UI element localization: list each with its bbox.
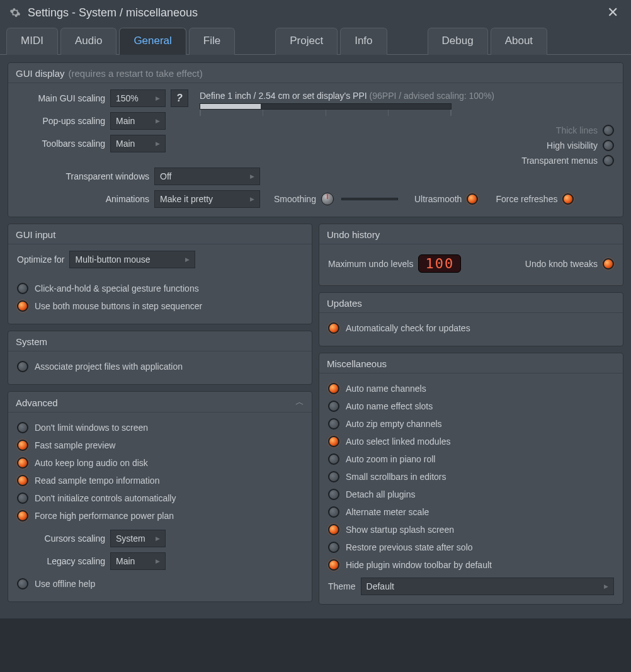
toolbars-scaling-dropdown[interactable]: Main▶ [110, 135, 166, 152]
offline-help-option[interactable]: Use offline help [17, 575, 303, 593]
click-hold-toggle[interactable] [17, 283, 28, 294]
popups-scaling-label: Pop-ups scaling [17, 116, 105, 126]
dont-limit-toggle[interactable] [17, 422, 28, 433]
ultrasmooth-label: Ultrasmooth [414, 194, 462, 204]
panel-title-system: System [16, 336, 47, 347]
restore-solo-toggle[interactable] [328, 542, 339, 553]
transparent-menus-label: Transparent menus [521, 156, 598, 166]
smoothing-label: Smoothing [274, 194, 316, 204]
tab-audio[interactable]: Audio [60, 28, 117, 55]
auto-select-linked-toggle[interactable] [328, 436, 339, 447]
tab-about[interactable]: About [491, 28, 547, 55]
popups-scaling-dropdown[interactable]: Main▶ [110, 112, 166, 130]
transparent-windows-label: Transparent windows [17, 171, 149, 181]
show-splash-option[interactable]: Show startup splash screen [328, 521, 614, 538]
detach-plugins-option[interactable]: Detach all plugins [328, 486, 614, 503]
auto-zoom-option[interactable]: Auto zoom in piano roll [328, 450, 614, 468]
panel-title-gui-input: GUI input [16, 229, 55, 240]
show-splash-toggle[interactable] [328, 524, 339, 535]
transparent-windows-dropdown[interactable]: Off▶ [154, 168, 260, 185]
smoothing-track[interactable] [341, 198, 398, 200]
auto-name-effect-toggle[interactable] [328, 401, 339, 412]
click-hold-option[interactable]: Click-and-hold & special gesture functio… [17, 280, 303, 297]
main-scaling-label: Main GUI scaling [17, 93, 105, 103]
dont-limit-option[interactable]: Don't limit windows to screen [17, 419, 303, 436]
fast-sample-option[interactable]: Fast sample preview [17, 436, 303, 454]
high-visibility-toggle[interactable] [603, 140, 614, 151]
offline-help-toggle[interactable] [17, 578, 28, 589]
dont-init-toggle[interactable] [17, 493, 28, 504]
associate-toggle[interactable] [17, 361, 28, 372]
tab-project[interactable]: Project [275, 28, 338, 55]
panel-undo: Undo history Maximum undo levels 100 Und… [319, 224, 623, 286]
content-area: GUI display (requires a restart to take … [0, 54, 631, 618]
max-undo-value[interactable]: 100 [418, 254, 461, 273]
detach-plugins-toggle[interactable] [328, 489, 339, 500]
legacy-scaling-label: Legacy scaling [17, 556, 105, 566]
ppi-slider[interactable] [200, 103, 452, 110]
auto-check-option[interactable]: Automatically check for updates [328, 319, 614, 337]
use-both-option[interactable]: Use both mouse buttons in step sequencer [17, 297, 303, 315]
theme-label: Theme [328, 581, 356, 591]
read-tempo-option[interactable]: Read sample tempo information [17, 472, 303, 489]
force-refreshes-toggle[interactable] [562, 193, 574, 205]
associate-option[interactable]: Associate project files with application [17, 358, 303, 375]
panel-system: System Associate project files with appl… [8, 331, 312, 385]
read-tempo-toggle[interactable] [17, 475, 28, 486]
cursors-scaling-dropdown[interactable]: System▶ [110, 530, 166, 547]
force-power-option[interactable]: Force high performance power plan [17, 507, 303, 525]
auto-name-effect-option[interactable]: Auto name effect slots [328, 397, 614, 415]
auto-zoom-toggle[interactable] [328, 453, 339, 465]
ppi-hint: (96PPI / advised scaling: 100%) [370, 91, 494, 101]
smoothing-knob[interactable] [321, 193, 334, 205]
tabbar: MIDI Audio General File Project Info Deb… [0, 25, 631, 54]
tab-info[interactable]: Info [340, 28, 387, 55]
panel-misc: Miscellaneous Auto name channels Auto na… [319, 353, 623, 605]
thick-lines-label: Thick lines [556, 125, 598, 135]
use-both-toggle[interactable] [17, 300, 28, 312]
tab-debug[interactable]: Debug [428, 28, 488, 55]
small-scrollbars-option[interactable]: Small scrollbars in editors [328, 468, 614, 486]
advanced-collapse-icon[interactable]: ︿ [295, 397, 304, 408]
alternate-meter-option[interactable]: Alternate meter scale [328, 503, 614, 521]
optimize-dropdown[interactable]: Multi-button mouse▶ [69, 251, 195, 268]
restore-solo-option[interactable]: Restore previous state after solo [328, 538, 614, 556]
auto-zip-option[interactable]: Auto zip empty channels [328, 415, 614, 433]
main-scaling-dropdown[interactable]: 150%▶ [110, 89, 166, 107]
main-scaling-help[interactable]: ? [171, 89, 188, 107]
toolbars-scaling-label: Toolbars scaling [17, 139, 105, 149]
panel-title-updates: Updates [327, 298, 362, 309]
close-button[interactable]: ✕ [603, 4, 622, 21]
legacy-scaling-dropdown[interactable]: Main▶ [110, 552, 166, 570]
auto-check-toggle[interactable] [328, 322, 339, 334]
hide-toolbar-toggle[interactable] [328, 559, 339, 571]
panel-gui-display: GUI display (requires a restart to take … [8, 62, 623, 217]
force-power-toggle[interactable] [17, 510, 28, 521]
optimize-label: Optimize for [17, 254, 64, 265]
ultrasmooth-toggle[interactable] [467, 193, 478, 205]
animations-dropdown[interactable]: Make it pretty▶ [154, 190, 260, 208]
dont-init-option[interactable]: Don't initialize controls automatically [17, 489, 303, 507]
auto-name-channels-toggle[interactable] [328, 383, 339, 394]
panel-advanced: Advanced ︿ Don't limit windows to screen… [8, 391, 312, 602]
fast-sample-toggle[interactable] [17, 440, 28, 451]
theme-dropdown[interactable]: Default▶ [361, 578, 614, 595]
small-scrollbars-toggle[interactable] [328, 471, 339, 482]
thick-lines-toggle[interactable] [603, 125, 614, 136]
hide-toolbar-option[interactable]: Hide plugin window toolbar by default [328, 556, 614, 574]
undo-knob-toggle[interactable] [603, 258, 614, 270]
tab-general[interactable]: General [119, 28, 186, 55]
tab-file[interactable]: File [189, 28, 235, 55]
ppi-label: Define 1 inch / 2.54 cm or set display's… [200, 91, 367, 101]
panel-title-undo: Undo history [327, 229, 380, 240]
auto-select-linked-option[interactable]: Auto select linked modules [328, 433, 614, 450]
auto-zip-toggle[interactable] [328, 418, 339, 430]
window-title: Settings - System / miscellaneous [28, 6, 603, 20]
auto-keep-toggle[interactable] [17, 457, 28, 469]
auto-keep-option[interactable]: Auto keep long audio on disk [17, 454, 303, 472]
tab-midi[interactable]: MIDI [6, 28, 58, 55]
auto-name-channels-option[interactable]: Auto name channels [328, 380, 614, 397]
undo-knob-label: Undo knob tweaks [525, 259, 598, 269]
alternate-meter-toggle[interactable] [328, 506, 339, 518]
transparent-menus-toggle[interactable] [603, 155, 614, 166]
